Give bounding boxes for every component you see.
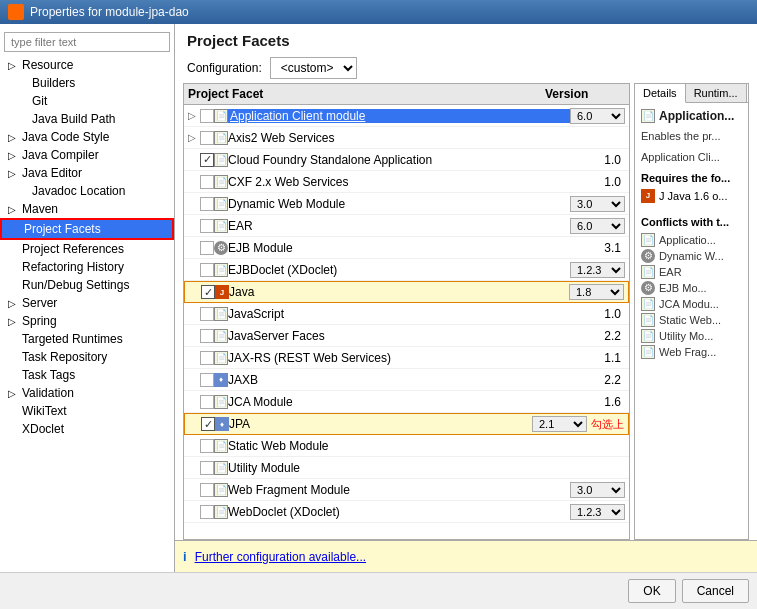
- facet-row-jca[interactable]: 📄JCA Module1.6: [184, 391, 629, 413]
- facet-row-ejbdoclet[interactable]: 📄EJBDoclet (XDoclet)1.2.3: [184, 259, 629, 281]
- facet-row-cxf[interactable]: 📄CXF 2.x Web Services1.0: [184, 171, 629, 193]
- version-select-jpa[interactable]: 2.1: [532, 416, 587, 432]
- checkbox-static-web[interactable]: [200, 439, 214, 453]
- facet-row-javascript[interactable]: 📄JavaScript1.0: [184, 303, 629, 325]
- version-select-ear[interactable]: 6.0: [570, 218, 625, 234]
- checkbox-web-fragment[interactable]: [200, 483, 214, 497]
- checkbox-javascript[interactable]: [200, 307, 214, 321]
- sidebar-item-java-code-style[interactable]: ▷Java Code Style: [0, 128, 174, 146]
- facet-name-dynamic-web: Dynamic Web Module: [228, 197, 570, 211]
- facet-row-jpa[interactable]: ✓♦JPA2.1勾选上: [184, 413, 629, 435]
- checkbox-jaxb[interactable]: [200, 373, 214, 387]
- facet-name-ejbdoclet: EJBDoclet (XDoclet): [228, 263, 570, 277]
- sidebar-item-git[interactable]: Git: [0, 92, 174, 110]
- checkbox-jax-rs[interactable]: [200, 351, 214, 365]
- facet-row-static-web[interactable]: 📄Static Web Module: [184, 435, 629, 457]
- facet-name-ejb: EJB Module: [228, 241, 575, 255]
- nav-label-task-tags: Task Tags: [22, 368, 75, 382]
- version-select-java[interactable]: 1.8: [569, 284, 624, 300]
- cancel-button[interactable]: Cancel: [682, 579, 749, 603]
- checkbox-cxf[interactable]: [200, 175, 214, 189]
- details-tabs: Details Runtim...: [635, 84, 748, 103]
- nav-label-java-build-path: Java Build Path: [32, 112, 115, 126]
- ok-button[interactable]: OK: [628, 579, 675, 603]
- config-label: Configuration:: [187, 61, 262, 75]
- checkbox-axis2[interactable]: [200, 131, 214, 145]
- sidebar-item-builders[interactable]: Builders: [0, 74, 174, 92]
- checkbox-ear[interactable]: [200, 219, 214, 233]
- facet-icon-ejbdoclet: 📄: [214, 263, 228, 277]
- sidebar-item-xdoclet[interactable]: XDoclet: [0, 420, 174, 438]
- facet-row-utility[interactable]: 📄Utility Module: [184, 457, 629, 479]
- facet-row-jsf[interactable]: 📄JavaServer Faces2.2: [184, 325, 629, 347]
- content-area: ▷ResourceBuildersGitJava Build Path▷Java…: [0, 24, 757, 572]
- version-select-ejbdoclet[interactable]: 1.2.3: [570, 262, 625, 278]
- facet-row-jaxb[interactable]: ♦JAXB2.2: [184, 369, 629, 391]
- facet-row-app-client[interactable]: ▷📄Application Client module6.0: [184, 105, 629, 127]
- checkbox-ejbdoclet[interactable]: [200, 263, 214, 277]
- filter-input[interactable]: [4, 32, 170, 52]
- tab-runtimes[interactable]: Runtim...: [686, 84, 747, 102]
- facet-version-jax-rs: 1.1: [575, 351, 625, 365]
- further-config-link[interactable]: Further configuration available...: [195, 550, 366, 564]
- sidebar-item-java-editor[interactable]: ▷Java Editor: [0, 164, 174, 182]
- conflict-item-utility-mo...: 📄Utility Mo...: [641, 328, 742, 344]
- checkbox-jca[interactable]: [200, 395, 214, 409]
- version-select-app-client[interactable]: 6.0: [570, 108, 625, 124]
- conflict-icon: 📄: [641, 233, 655, 247]
- facet-row-jax-rs[interactable]: 📄JAX-RS (REST Web Services)1.1: [184, 347, 629, 369]
- sidebar-item-spring[interactable]: ▷Spring: [0, 312, 174, 330]
- facet-name-jax-rs: JAX-RS (REST Web Services): [228, 351, 575, 365]
- checkbox-cloud-foundry[interactable]: ✓: [200, 153, 214, 167]
- sidebar-item-targeted-runtimes[interactable]: Targeted Runtimes: [0, 330, 174, 348]
- version-select-web-fragment[interactable]: 3.0: [570, 482, 625, 498]
- sidebar-item-validation[interactable]: ▷Validation: [0, 384, 174, 402]
- facet-icon-jca: 📄: [214, 395, 228, 409]
- nav-label-builders: Builders: [32, 76, 75, 90]
- facet-row-ejb[interactable]: ⚙EJB Module3.1: [184, 237, 629, 259]
- facet-name-java: Java: [229, 285, 569, 299]
- sidebar-item-wikitext[interactable]: WikiText: [0, 402, 174, 420]
- sidebar-item-javadoc-location[interactable]: Javadoc Location: [0, 182, 174, 200]
- facet-name-javascript: JavaScript: [228, 307, 575, 321]
- version-select-dynamic-web[interactable]: 3.0: [570, 196, 625, 212]
- facet-version-ejb: 3.1: [575, 241, 625, 255]
- sidebar-item-refactoring-history[interactable]: Refactoring History: [0, 258, 174, 276]
- facet-icon-app-client: 📄: [214, 109, 228, 123]
- tab-details[interactable]: Details: [635, 84, 686, 103]
- sidebar-item-project-facets[interactable]: Project Facets: [0, 218, 174, 240]
- facet-version-javascript: 1.0: [575, 307, 625, 321]
- sidebar-item-resource[interactable]: ▷Resource: [0, 56, 174, 74]
- main-container: ▷ResourceBuildersGitJava Build Path▷Java…: [0, 24, 757, 609]
- checkbox-utility[interactable]: [200, 461, 214, 475]
- sidebar-item-task-repository[interactable]: Task Repository: [0, 348, 174, 366]
- sidebar-item-project-references[interactable]: Project References: [0, 240, 174, 258]
- checkbox-jpa[interactable]: ✓: [201, 417, 215, 431]
- checkbox-ejb[interactable]: [200, 241, 214, 255]
- version-select-webdoclet[interactable]: 1.2.3: [570, 504, 625, 520]
- sidebar-item-java-build-path[interactable]: Java Build Path: [0, 110, 174, 128]
- config-select[interactable]: <custom>: [270, 57, 357, 79]
- facet-row-ear[interactable]: 📄EAR6.0: [184, 215, 629, 237]
- sidebar-item-run-debug-settings[interactable]: Run/Debug Settings: [0, 276, 174, 294]
- facet-row-java[interactable]: ✓JJava1.8: [184, 281, 629, 303]
- sidebar-item-task-tags[interactable]: Task Tags: [0, 366, 174, 384]
- conflict-item-dynamic-w...: ⚙Dynamic W...: [641, 248, 742, 264]
- checkbox-java[interactable]: ✓: [201, 285, 215, 299]
- checkbox-app-client[interactable]: [200, 109, 214, 123]
- facet-row-web-fragment[interactable]: 📄Web Fragment Module3.0: [184, 479, 629, 501]
- title-bar: Properties for module-jpa-dao: [0, 0, 757, 24]
- checkbox-jsf[interactable]: [200, 329, 214, 343]
- facet-row-cloud-foundry[interactable]: ✓📄Cloud Foundry Standalone Application1.…: [184, 149, 629, 171]
- facet-row-webdoclet[interactable]: 📄WebDoclet (XDoclet)1.2.3: [184, 501, 629, 523]
- facet-row-dynamic-web[interactable]: 📄Dynamic Web Module3.0: [184, 193, 629, 215]
- conflict-icon: 📄: [641, 297, 655, 311]
- checkbox-dynamic-web[interactable]: [200, 197, 214, 211]
- checkbox-webdoclet[interactable]: [200, 505, 214, 519]
- sidebar-item-server[interactable]: ▷Server: [0, 294, 174, 312]
- sidebar-item-java-compiler[interactable]: ▷Java Compiler: [0, 146, 174, 164]
- facet-row-axis2[interactable]: ▷📄Axis2 Web Services: [184, 127, 629, 149]
- sidebar-item-maven[interactable]: ▷Maven: [0, 200, 174, 218]
- conflict-icon: ⚙: [641, 281, 655, 295]
- facet-icon-webdoclet: 📄: [214, 505, 228, 519]
